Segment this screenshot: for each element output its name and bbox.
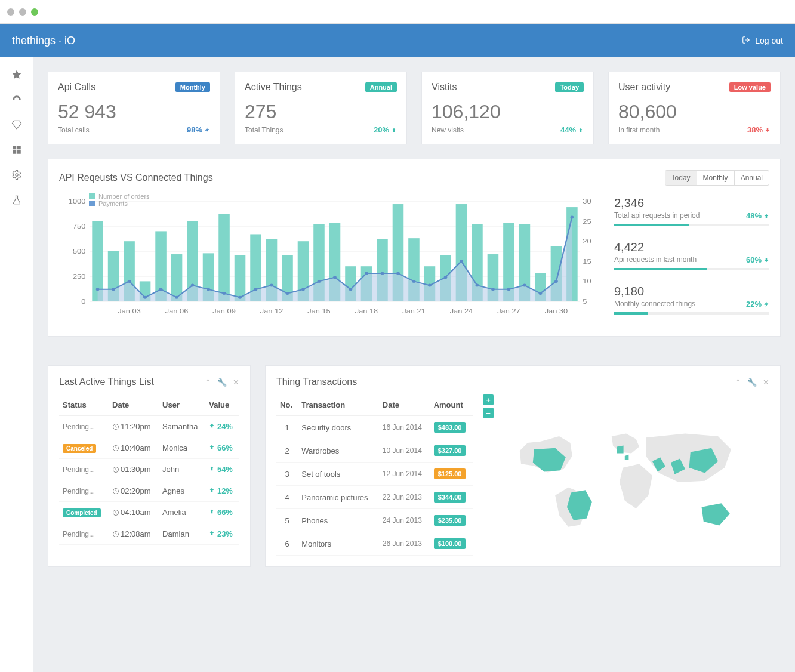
sidebar-item-grid[interactable]: [0, 137, 33, 162]
card-title: User activity: [618, 82, 670, 93]
chevron-up-icon[interactable]: ⌃: [735, 378, 741, 387]
topbar: thethings · iO Log out: [0, 24, 795, 57]
svg-point-81: [554, 280, 558, 283]
svg-point-69: [365, 272, 368, 275]
svg-text:Jan 03: Jan 03: [118, 307, 141, 315]
svg-point-54: [128, 280, 131, 283]
svg-point-75: [460, 260, 463, 263]
svg-text:250: 250: [73, 273, 86, 280]
card-value: 275: [245, 101, 397, 123]
svg-point-74: [444, 276, 448, 279]
svg-text:5: 5: [583, 298, 587, 306]
card-pct: 44%: [560, 125, 584, 134]
chart-title: API Reqeusts VS Connected Things: [59, 172, 213, 183]
svg-text:Jan 30: Jan 30: [545, 307, 568, 315]
sidebar: [0, 57, 33, 672]
svg-point-61: [238, 296, 242, 299]
legend-item: Payments: [89, 200, 150, 207]
svg-text:10: 10: [583, 278, 591, 285]
transactions-table: No.TransactionDateAmount 1Security doors…: [276, 394, 473, 556]
transactions-panel: Thing Transactions ⌃ 🔧 ✕ No.TransactionD…: [265, 365, 781, 567]
svg-point-56: [159, 288, 163, 291]
svg-point-73: [428, 284, 432, 287]
window-dot-close[interactable]: [7, 8, 14, 16]
map-zoom-in[interactable]: +: [483, 394, 494, 405]
svg-point-55: [143, 296, 147, 299]
chart-tab[interactable]: Annual: [735, 171, 769, 185]
card-sublabel: New visits: [432, 126, 464, 134]
svg-rect-30: [235, 255, 246, 301]
svg-text:Jan 24: Jan 24: [450, 307, 473, 315]
card-value: 52 943: [58, 101, 210, 123]
transactions-title: Thing Transactions: [276, 377, 357, 387]
table-row[interactable]: 6Monitors26 Jun 2013$100.00: [276, 532, 473, 556]
map-zoom-out[interactable]: −: [483, 408, 494, 418]
card-pct: 20%: [374, 125, 397, 134]
sidebar-item-dashboard[interactable]: [0, 87, 33, 112]
card-pct: 38%: [747, 125, 771, 134]
table-row[interactable]: 5Phones24 Jun 2013$235.00: [276, 509, 473, 532]
sidebar-item-diamond[interactable]: [0, 112, 33, 137]
svg-point-65: [301, 288, 305, 291]
table-row[interactable]: 3Set of tools12 Jun 2014$125.00: [276, 463, 473, 486]
table-header: Transaction: [298, 394, 379, 416]
card-sublabel: Total Things: [245, 126, 283, 134]
chart-tab[interactable]: Today: [665, 171, 697, 185]
table-row[interactable]: Pending...11:20pmSamantha 24%: [59, 416, 239, 437]
table-row[interactable]: Pending...12:08amDamian 23%: [59, 523, 239, 545]
table-row[interactable]: 4Panoramic pictures22 Jun 2013$344.00: [276, 486, 473, 509]
table-row[interactable]: 2Wardrobes10 Jun 2014$327.00: [276, 439, 473, 463]
table-row[interactable]: Canceled10:40amMonica 66%: [59, 437, 239, 459]
stat-card: User activityLow value80,600In first mon…: [608, 72, 781, 144]
svg-text:Jan 18: Jan 18: [355, 307, 378, 315]
svg-rect-2: [13, 150, 16, 154]
chart-stat: 4,422Api requests in last month60%: [614, 237, 769, 281]
svg-text:Jan 15: Jan 15: [307, 307, 331, 315]
wrench-icon[interactable]: 🔧: [217, 378, 227, 387]
active-things-table: StatusDateUserValue Pending...11:20pmSam…: [59, 394, 239, 545]
sidebar-item-settings[interactable]: [0, 162, 33, 187]
table-header: Value: [205, 394, 239, 416]
card-badge: Today: [555, 82, 584, 92]
svg-point-78: [507, 288, 511, 291]
svg-point-80: [539, 292, 543, 295]
svg-text:30: 30: [583, 198, 591, 205]
table-header: Date: [379, 394, 430, 416]
close-icon[interactable]: ✕: [763, 378, 769, 387]
close-icon[interactable]: ✕: [233, 378, 239, 387]
sidebar-item-star[interactable]: [0, 62, 33, 87]
wrench-icon[interactable]: 🔧: [747, 378, 757, 387]
svg-point-58: [191, 284, 195, 287]
card-value: 106,120: [432, 101, 584, 123]
table-row[interactable]: Pending...02:20pmAgnes 12%: [59, 480, 239, 502]
svg-rect-3: [17, 150, 21, 154]
table-header: No.: [276, 394, 298, 416]
svg-point-72: [412, 280, 416, 283]
window-dot-min[interactable]: [19, 8, 26, 16]
card-sublabel: In first month: [618, 126, 660, 134]
chevron-up-icon[interactable]: ⌃: [205, 378, 211, 387]
svg-point-52: [96, 288, 100, 291]
svg-text:1000: 1000: [69, 198, 86, 205]
card-value: 80,600: [618, 101, 771, 123]
stat-card: Active ThingsAnnual275Total Things20%: [235, 72, 407, 144]
chart-stat: 2,346Total api requests in period48%: [614, 193, 769, 237]
card-title: Active Things: [245, 82, 302, 93]
sidebar-item-flask[interactable]: [0, 187, 33, 212]
svg-point-70: [381, 272, 384, 275]
logout-link[interactable]: Log out: [742, 36, 783, 46]
svg-point-57: [175, 296, 178, 299]
svg-text:15: 15: [583, 258, 591, 266]
chart-tab[interactable]: Monthly: [697, 171, 735, 185]
svg-point-64: [286, 292, 289, 295]
svg-rect-0: [13, 146, 16, 149]
table-row[interactable]: Pending...01:30pmJohn 54%: [59, 459, 239, 480]
card-title: Api Calls: [58, 82, 95, 93]
svg-point-76: [476, 284, 479, 287]
svg-point-68: [349, 288, 353, 291]
card-badge: Annual: [365, 82, 397, 92]
window-dot-max[interactable]: [31, 8, 38, 16]
table-row[interactable]: 1Security doors16 Jun 2014$483.00: [276, 416, 473, 439]
table-row[interactable]: Completed04:10amAmelia 66%: [59, 502, 239, 523]
chart-tabs: TodayMonthlyAnnual: [665, 170, 769, 186]
